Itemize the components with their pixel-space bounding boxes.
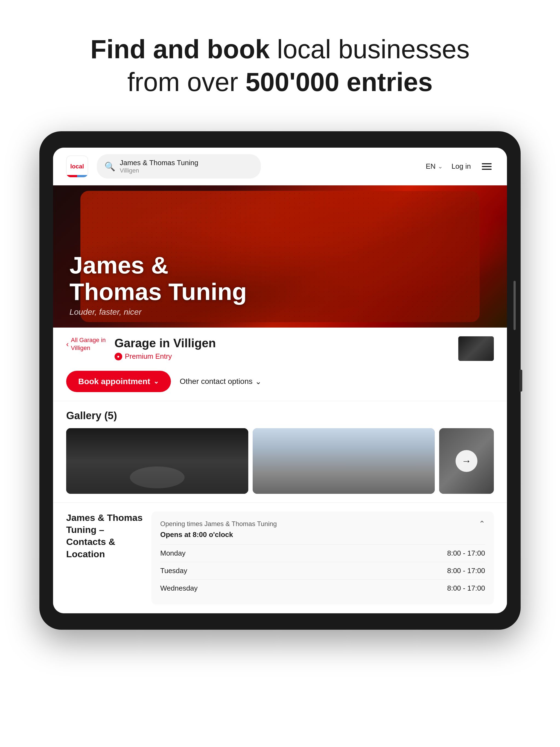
gallery-next-button[interactable]: →: [456, 450, 478, 472]
title-row: ‹ All Garage in Villigen Garage in Villi…: [66, 328, 494, 365]
gallery-grid: →: [66, 428, 494, 494]
content-area: ‹ All Garage in Villigen Garage in Villi…: [53, 328, 507, 613]
breadcrumb-line2: Villigen: [71, 344, 105, 352]
hours-time-monday: 8:00 - 17:00: [447, 549, 485, 558]
book-btn-chevron-icon: ⌄: [153, 378, 159, 385]
hours-time-wednesday: 8:00 - 17:00: [447, 584, 485, 593]
search-bar[interactable]: 🔍 James & Thomas Tuning Villigen: [97, 154, 261, 179]
navbar: local 🔍 James & Thomas Tuning Villigen E…: [53, 148, 507, 185]
gallery-section: Gallery (5) →: [66, 401, 494, 503]
business-info: Garage in Villigen ● Premium Entry: [114, 336, 450, 361]
hamburger-line-2: [482, 166, 492, 167]
breadcrumb[interactable]: ‹ All Garage in Villigen: [66, 336, 106, 352]
gallery-image-2[interactable]: [253, 428, 435, 494]
hours-time-tuesday: 8:00 - 17:00: [447, 567, 485, 575]
hero-image: James & Thomas Tuning Louder, faster, ni…: [53, 185, 507, 328]
lang-label: EN: [426, 162, 436, 171]
hours-day-monday: Monday: [160, 549, 186, 558]
headline-bold: Find and book: [91, 34, 270, 64]
opening-chevron-icon[interactable]: ⌃: [479, 519, 485, 528]
gallery-image-1[interactable]: [66, 428, 248, 494]
hours-row-monday: Monday 8:00 - 17:00: [160, 544, 485, 562]
action-row: Book appointment ⌄ Other contact options…: [66, 365, 494, 401]
hours-day-tuesday: Tuesday: [160, 567, 187, 575]
hours-row-tuesday: Tuesday 8:00 - 17:00: [160, 562, 485, 579]
gallery-count: (5): [104, 410, 117, 421]
logo[interactable]: local: [66, 156, 88, 177]
nav-right: EN ⌄ Log in: [426, 161, 494, 172]
premium-label: Premium Entry: [125, 352, 172, 361]
search-query: James & Thomas Tuning: [120, 159, 198, 167]
contacts-section: James & Thomas Tuning – Contacts & Locat…: [66, 503, 494, 613]
breadcrumb-line1: All Garage in: [71, 336, 105, 344]
opening-label: Opening times James & Thomas Tuning: [160, 520, 277, 528]
tablet-device: local 🔍 James & Thomas Tuning Villigen E…: [40, 131, 520, 630]
opening-status: Opens at 8:00 o'clock: [160, 531, 485, 539]
tablet-screen: local 🔍 James & Thomas Tuning Villigen E…: [53, 148, 507, 613]
logo-text: local: [70, 163, 84, 170]
business-thumbnail: [458, 336, 494, 361]
search-location: Villigen: [120, 167, 198, 174]
business-category: Garage in Villigen: [114, 336, 450, 350]
headline-line2-regular: from over: [127, 67, 246, 97]
breadcrumb-text: All Garage in Villigen: [71, 336, 105, 352]
contact-btn-label: Other contact options: [180, 377, 252, 386]
search-text: James & Thomas Tuning Villigen: [120, 159, 198, 174]
search-icon: 🔍: [104, 161, 116, 172]
premium-badge: ● Premium Entry: [114, 352, 450, 361]
breadcrumb-arrow-icon: ‹: [66, 340, 69, 349]
gallery-image-3[interactable]: →: [439, 428, 494, 494]
logo-container[interactable]: local: [66, 156, 88, 177]
book-btn-label: Book appointment: [78, 377, 150, 386]
premium-icon: ●: [114, 353, 122, 360]
tablet-scrollbar[interactable]: [513, 281, 516, 330]
hero-text: James & Thomas Tuning Louder, faster, ni…: [70, 252, 247, 317]
other-contact-button[interactable]: Other contact options ⌄: [180, 377, 261, 386]
hero-title-line1: James &: [70, 252, 169, 279]
contacts-title: James & Thomas Tuning – Contacts & Locat…: [66, 512, 143, 560]
headline: Find and book local businesses from over…: [22, 33, 538, 98]
tablet-side-button: [519, 370, 522, 391]
headline-regular: local businesses: [270, 34, 469, 64]
login-button[interactable]: Log in: [452, 162, 471, 171]
hamburger-menu[interactable]: [480, 161, 494, 172]
opening-header: Opening times James & Thomas Tuning ⌃: [160, 519, 485, 528]
headline-line2-bold: 500'000 entries: [246, 67, 433, 97]
book-appointment-button[interactable]: Book appointment ⌄: [66, 371, 171, 392]
gallery-title: Gallery (5): [66, 410, 494, 422]
page-header: Find and book local businesses from over…: [0, 0, 560, 115]
contacts-right: Opening times James & Thomas Tuning ⌃ Op…: [152, 512, 494, 604]
hero-title-line2: Thomas Tuning: [70, 278, 247, 305]
gallery-label: Gallery: [66, 410, 101, 421]
hamburger-line-3: [482, 169, 492, 170]
hero-subtitle: Louder, faster, nicer: [70, 307, 247, 317]
hours-row-wednesday: Wednesday 8:00 - 17:00: [160, 579, 485, 597]
hero-title: James & Thomas Tuning: [70, 252, 247, 305]
contacts-left: James & Thomas Tuning – Contacts & Locat…: [66, 512, 143, 604]
contact-btn-chevron-icon: ⌄: [255, 377, 261, 386]
hours-day-wednesday: Wednesday: [160, 584, 198, 593]
language-selector[interactable]: EN ⌄: [426, 162, 443, 171]
hamburger-line-1: [482, 163, 492, 164]
chevron-down-icon: ⌄: [438, 163, 443, 170]
